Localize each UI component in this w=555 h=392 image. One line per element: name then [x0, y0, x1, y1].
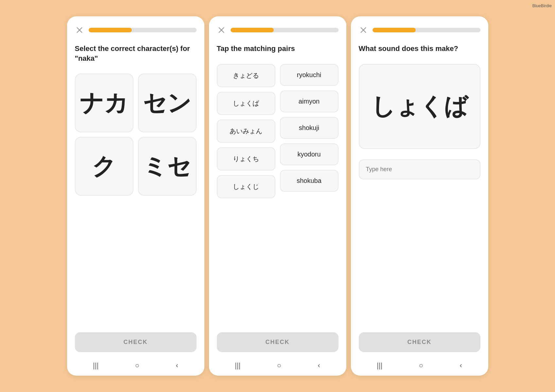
progress-bar-bg-3: [373, 28, 480, 32]
top-bar-1: [75, 25, 197, 35]
nav-back-icon-3[interactable]: ‹: [460, 361, 462, 370]
top-bar-3: [359, 25, 480, 35]
char-text-ku: ク: [92, 155, 116, 178]
screen-1: Select the correct character(s) for "nak…: [67, 16, 204, 376]
close-button-3[interactable]: [359, 25, 368, 35]
pair-kyodoru-jp[interactable]: きょどる: [217, 64, 275, 87]
question-title-2: Tap the matching pairs: [217, 44, 338, 54]
pair-ryokuchi-en[interactable]: ryokuchi: [280, 64, 338, 86]
char-text-naka: ナカ: [80, 91, 128, 115]
nav-back-icon-2[interactable]: ‹: [318, 361, 320, 370]
nav-home-icon-1[interactable]: ○: [135, 361, 139, 370]
nav-menu-icon-2[interactable]: |||: [235, 361, 240, 370]
nav-menu-icon-1[interactable]: |||: [93, 361, 98, 370]
pair-ryokuchi-jp[interactable]: りょくち: [217, 147, 275, 171]
progress-bar-bg-2: [231, 28, 338, 32]
check-button-3[interactable]: CHECK: [359, 332, 480, 352]
pair-shokuba-jp[interactable]: しょくば: [217, 92, 275, 115]
pairs-left-col: きょどる しょくば あいみょん りょくち しょくじ: [217, 64, 275, 323]
pair-shokuji-jp[interactable]: しょくじ: [217, 175, 275, 198]
char-text-mise: ミセ: [143, 155, 191, 178]
progress-bar-fill-3: [373, 28, 416, 32]
pair-aimyon-jp[interactable]: あいみょん: [217, 120, 275, 143]
pair-kyodoru-en[interactable]: kyodoru: [280, 143, 338, 165]
nav-menu-icon-3[interactable]: |||: [377, 361, 382, 370]
sound-display-box: しょくば: [359, 64, 480, 149]
question-title-3: What sound does this make?: [359, 44, 480, 54]
screen-3: What sound does this make? しょくば CHECK ||…: [351, 16, 488, 376]
spacer-3: [359, 179, 480, 323]
nav-back-icon-1[interactable]: ‹: [176, 361, 178, 370]
nav-bar-3: ||| ○ ‹: [359, 358, 480, 370]
nav-bar-2: ||| ○ ‹: [217, 358, 338, 370]
progress-bar-fill-1: [89, 28, 132, 32]
close-button-1[interactable]: [75, 25, 84, 35]
top-bar-2: [217, 25, 338, 35]
watermark: BlueBirdie: [532, 3, 552, 8]
char-text-sen: セン: [143, 91, 191, 115]
char-card-ku[interactable]: ク: [75, 137, 133, 196]
screens-container: Select the correct character(s) for "nak…: [67, 16, 488, 376]
type-answer-input[interactable]: [359, 159, 480, 179]
pair-aimyon-en[interactable]: aimyon: [280, 90, 338, 112]
pairs-container: きょどる しょくば あいみょん りょくち しょくじ ryokuchi aimyo…: [217, 64, 338, 323]
pairs-right-col: ryokuchi aimyon shokuji kyodoru shokuba: [280, 64, 338, 323]
screen-2: Tap the matching pairs きょどる しょくば あいみょん り…: [209, 16, 346, 376]
pair-shokuji-en[interactable]: shokuji: [280, 117, 338, 139]
char-card-naka[interactable]: ナカ: [75, 74, 133, 132]
check-button-2[interactable]: CHECK: [217, 332, 338, 352]
spacer-1: [75, 196, 197, 323]
char-grid: ナカ セン ク ミセ: [75, 74, 197, 196]
progress-bar-fill-2: [231, 28, 274, 32]
nav-bar-1: ||| ○ ‹: [75, 358, 197, 370]
close-button-2[interactable]: [217, 25, 226, 35]
sound-char-display: しょくば: [371, 91, 468, 122]
char-card-mise[interactable]: ミセ: [138, 137, 197, 196]
progress-bar-bg-1: [89, 28, 197, 32]
question-title-1: Select the correct character(s) for "nak…: [75, 44, 197, 63]
nav-home-icon-3[interactable]: ○: [419, 361, 423, 370]
pair-shokuba-en[interactable]: shokuba: [280, 170, 338, 192]
nav-home-icon-2[interactable]: ○: [277, 361, 281, 370]
char-card-sen[interactable]: セン: [138, 74, 197, 132]
check-button-1[interactable]: CHECK: [75, 332, 197, 352]
